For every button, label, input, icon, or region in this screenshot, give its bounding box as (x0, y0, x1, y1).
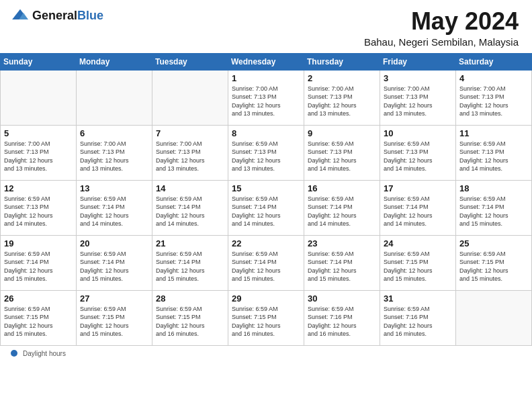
calendar-cell: 23Sunrise: 6:59 AM Sunset: 7:14 PM Dayli… (304, 235, 380, 290)
day-info: Sunrise: 6:59 AM Sunset: 7:14 PM Dayligh… (156, 250, 224, 283)
calendar-cell: 26Sunrise: 6:59 AM Sunset: 7:15 PM Dayli… (1, 290, 77, 345)
calendar-cell (152, 70, 228, 125)
calendar-cell: 30Sunrise: 6:59 AM Sunset: 7:16 PM Dayli… (304, 290, 380, 345)
day-info: Sunrise: 6:59 AM Sunset: 7:15 PM Dayligh… (232, 305, 300, 338)
calendar-header-row: SundayMondayTuesdayWednesdayThursdayFrid… (1, 53, 532, 70)
day-number: 24 (384, 238, 452, 248)
header: GeneralBlue May 2024 Bahau, Negeri Sembi… (0, 0, 532, 53)
day-number: 8 (232, 128, 300, 138)
calendar-cell: 7Sunrise: 7:00 AM Sunset: 7:13 PM Daylig… (152, 125, 228, 180)
calendar-cell: 22Sunrise: 6:59 AM Sunset: 7:14 PM Dayli… (228, 235, 304, 290)
day-number: 1 (232, 73, 300, 83)
day-info: Sunrise: 6:59 AM Sunset: 7:14 PM Dayligh… (308, 195, 376, 228)
calendar-cell: 18Sunrise: 6:59 AM Sunset: 7:14 PM Dayli… (456, 180, 532, 235)
logo-general: General (32, 9, 77, 22)
day-info: Sunrise: 6:59 AM Sunset: 7:14 PM Dayligh… (156, 195, 224, 228)
calendar-cell: 27Sunrise: 6:59 AM Sunset: 7:15 PM Dayli… (77, 290, 152, 345)
calendar-cell: 13Sunrise: 6:59 AM Sunset: 7:14 PM Dayli… (77, 180, 152, 235)
day-number: 26 (4, 293, 73, 304)
calendar-cell: 11Sunrise: 6:59 AM Sunset: 7:13 PM Dayli… (456, 125, 532, 180)
calendar-cell (77, 70, 152, 125)
day-info: Sunrise: 6:59 AM Sunset: 7:14 PM Dayligh… (80, 195, 148, 228)
daylight-dot (11, 350, 17, 357)
day-info: Sunrise: 6:59 AM Sunset: 7:15 PM Dayligh… (384, 250, 452, 283)
calendar-table: SundayMondayTuesdayWednesdayThursdayFrid… (0, 53, 532, 346)
calendar-cell: 20Sunrise: 6:59 AM Sunset: 7:14 PM Dayli… (77, 235, 152, 290)
calendar-cell: 10Sunrise: 6:59 AM Sunset: 7:13 PM Dayli… (380, 125, 456, 180)
day-number: 25 (459, 238, 528, 248)
day-info: Sunrise: 7:00 AM Sunset: 7:13 PM Dayligh… (459, 85, 528, 118)
day-info: Sunrise: 6:59 AM Sunset: 7:16 PM Dayligh… (308, 305, 376, 338)
calendar-week-2: 5Sunrise: 7:00 AM Sunset: 7:13 PM Daylig… (1, 125, 532, 180)
logo-icon (11, 8, 30, 23)
title-area: May 2024 Bahau, Negeri Sembilan, Malaysi… (364, 8, 519, 48)
calendar-cell: 31Sunrise: 6:59 AM Sunset: 7:16 PM Dayli… (380, 290, 456, 345)
col-header-thursday: Thursday (304, 53, 380, 70)
day-info: Sunrise: 6:59 AM Sunset: 7:15 PM Dayligh… (80, 305, 148, 338)
day-number: 19 (4, 238, 73, 248)
calendar-cell: 5Sunrise: 7:00 AM Sunset: 7:13 PM Daylig… (1, 125, 77, 180)
day-number: 7 (156, 128, 224, 138)
day-info: Sunrise: 6:59 AM Sunset: 7:14 PM Dayligh… (459, 195, 528, 228)
day-number: 22 (232, 238, 300, 248)
day-number: 31 (384, 293, 452, 304)
day-number: 6 (80, 128, 148, 138)
daylight-label: Daylight hours (23, 350, 66, 357)
day-info: Sunrise: 7:00 AM Sunset: 7:13 PM Dayligh… (232, 85, 300, 118)
day-number: 18 (459, 183, 528, 193)
calendar-cell (1, 70, 77, 125)
calendar-week-1: 1Sunrise: 7:00 AM Sunset: 7:13 PM Daylig… (1, 70, 532, 125)
calendar-cell: 9Sunrise: 6:59 AM Sunset: 7:13 PM Daylig… (304, 125, 380, 180)
calendar-cell (456, 290, 532, 345)
day-info: Sunrise: 6:59 AM Sunset: 7:15 PM Dayligh… (4, 305, 73, 338)
logo: GeneralBlue (11, 8, 103, 23)
calendar-cell: 8Sunrise: 6:59 AM Sunset: 7:13 PM Daylig… (228, 125, 304, 180)
day-number: 28 (156, 293, 224, 304)
calendar-cell: 24Sunrise: 6:59 AM Sunset: 7:15 PM Dayli… (380, 235, 456, 290)
day-info: Sunrise: 6:59 AM Sunset: 7:14 PM Dayligh… (308, 250, 376, 283)
calendar-cell: 21Sunrise: 6:59 AM Sunset: 7:14 PM Dayli… (152, 235, 228, 290)
day-info: Sunrise: 6:59 AM Sunset: 7:14 PM Dayligh… (232, 250, 300, 283)
calendar-cell: 29Sunrise: 6:59 AM Sunset: 7:15 PM Dayli… (228, 290, 304, 345)
day-number: 13 (80, 183, 148, 193)
day-info: Sunrise: 6:59 AM Sunset: 7:14 PM Dayligh… (232, 195, 300, 228)
day-number: 3 (384, 73, 452, 83)
day-number: 12 (4, 183, 73, 193)
calendar-cell: 4Sunrise: 7:00 AM Sunset: 7:13 PM Daylig… (456, 70, 532, 125)
day-number: 21 (156, 238, 224, 248)
day-number: 4 (459, 73, 528, 83)
day-info: Sunrise: 6:59 AM Sunset: 7:13 PM Dayligh… (232, 140, 300, 173)
calendar-cell: 6Sunrise: 7:00 AM Sunset: 7:13 PM Daylig… (77, 125, 152, 180)
location-subtitle: Bahau, Negeri Sembilan, Malaysia (364, 36, 519, 48)
day-number: 15 (232, 183, 300, 193)
calendar-week-5: 26Sunrise: 6:59 AM Sunset: 7:15 PM Dayli… (1, 290, 532, 345)
calendar-cell: 17Sunrise: 6:59 AM Sunset: 7:14 PM Dayli… (380, 180, 456, 235)
day-number: 9 (308, 128, 376, 138)
day-number: 17 (384, 183, 452, 193)
col-header-tuesday: Tuesday (152, 53, 228, 70)
day-number: 14 (156, 183, 224, 193)
day-info: Sunrise: 6:59 AM Sunset: 7:16 PM Dayligh… (384, 305, 452, 338)
logo-blue: Blue (77, 9, 103, 22)
day-number: 11 (459, 128, 528, 138)
day-number: 5 (4, 128, 73, 138)
calendar-cell: 15Sunrise: 6:59 AM Sunset: 7:14 PM Dayli… (228, 180, 304, 235)
day-info: Sunrise: 6:59 AM Sunset: 7:13 PM Dayligh… (384, 140, 452, 173)
calendar-week-3: 12Sunrise: 6:59 AM Sunset: 7:13 PM Dayli… (1, 180, 532, 235)
day-number: 23 (308, 238, 376, 248)
day-info: Sunrise: 7:00 AM Sunset: 7:13 PM Dayligh… (4, 140, 73, 173)
calendar-week-4: 19Sunrise: 6:59 AM Sunset: 7:14 PM Dayli… (1, 235, 532, 290)
calendar-cell: 14Sunrise: 6:59 AM Sunset: 7:14 PM Dayli… (152, 180, 228, 235)
day-number: 20 (80, 238, 148, 248)
day-number: 2 (308, 73, 376, 83)
col-header-monday: Monday (77, 53, 152, 70)
day-info: Sunrise: 6:59 AM Sunset: 7:14 PM Dayligh… (4, 250, 73, 283)
day-number: 29 (232, 293, 300, 304)
calendar-cell: 25Sunrise: 6:59 AM Sunset: 7:15 PM Dayli… (456, 235, 532, 290)
calendar-cell: 2Sunrise: 7:00 AM Sunset: 7:13 PM Daylig… (304, 70, 380, 125)
calendar-cell: 28Sunrise: 6:59 AM Sunset: 7:15 PM Dayli… (152, 290, 228, 345)
day-info: Sunrise: 6:59 AM Sunset: 7:15 PM Dayligh… (459, 250, 528, 283)
calendar-cell: 12Sunrise: 6:59 AM Sunset: 7:13 PM Dayli… (1, 180, 77, 235)
day-number: 16 (308, 183, 376, 193)
footer: Daylight hours (0, 346, 532, 361)
